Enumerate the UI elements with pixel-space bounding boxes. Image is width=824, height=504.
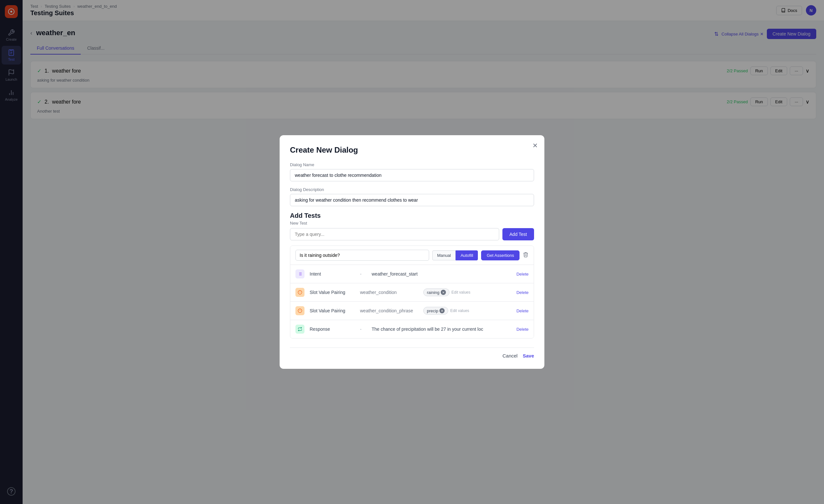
assertion-value: weather_forecast_start: [372, 271, 511, 276]
assertion-type: Intent: [310, 271, 355, 276]
save-button[interactable]: Save: [523, 353, 534, 359]
manual-button[interactable]: Manual: [432, 250, 456, 260]
edit-values-link[interactable]: Edit values: [450, 308, 469, 313]
modal-title: Create New Dialog: [290, 145, 534, 154]
query-input[interactable]: [290, 228, 499, 240]
intent-icon: [295, 269, 304, 278]
assertion-dash: -: [360, 327, 367, 332]
assertion-row: Response - The chance of precipitation w…: [290, 320, 534, 338]
delete-assertion-button[interactable]: Delete: [516, 308, 529, 313]
delete-assertion-button[interactable]: Delete: [516, 327, 529, 332]
mode-toggle: Manual Autofill: [432, 250, 478, 260]
modal-overlay: Create New Dialog ✕ Dialog Name Dialog D…: [0, 0, 824, 504]
assertion-value: precip ✕ Edit values: [423, 307, 511, 314]
add-test-button[interactable]: Add Test: [502, 228, 534, 240]
add-tests-title: Add Tests: [290, 212, 534, 219]
modal-footer: Cancel Save: [290, 348, 534, 359]
assertion-field: weather_condition_phrase: [360, 308, 418, 313]
dialog-name-input[interactable]: [290, 169, 534, 181]
delete-assertion-button[interactable]: Delete: [516, 272, 529, 276]
assertions-list: Intent - weather_forecast_start Delete S…: [290, 265, 534, 338]
assertion-row: Intent - weather_forecast_start Delete: [290, 265, 534, 283]
assertion-dash: -: [360, 271, 367, 276]
assertion-value: The chance of precipitation will be 27 i…: [372, 327, 511, 332]
trash-icon: [523, 252, 529, 257]
delete-test-button[interactable]: [523, 252, 529, 259]
assertion-type: Slot Value Pairing: [310, 290, 355, 295]
value-tag: precip ✕: [423, 307, 448, 314]
modal-close-button[interactable]: ✕: [532, 142, 538, 149]
tag-remove-button[interactable]: ✕: [441, 290, 446, 295]
test-item-header: Manual Autofill Get Assertions: [290, 246, 534, 265]
assertion-type: Response: [310, 327, 355, 332]
tag-remove-button[interactable]: ✕: [439, 308, 445, 313]
dialog-description-input[interactable]: [290, 194, 534, 206]
query-row: Add Test: [290, 228, 534, 240]
assertion-row: Slot Value Pairing weather_condition rai…: [290, 283, 534, 302]
response-icon: [295, 325, 304, 334]
dialog-name-label: Dialog Name: [290, 162, 534, 167]
edit-values-link[interactable]: Edit values: [451, 290, 471, 294]
assertion-row: Slot Value Pairing weather_condition_phr…: [290, 302, 534, 320]
value-tag: raining ✕: [423, 288, 449, 296]
test-query-input[interactable]: [295, 250, 429, 261]
delete-assertion-button[interactable]: Delete: [516, 290, 529, 295]
assertion-type: Slot Value Pairing: [310, 308, 355, 313]
test-item-container: Manual Autofill Get Assertions Intent -: [290, 246, 534, 339]
modal: Create New Dialog ✕ Dialog Name Dialog D…: [280, 135, 544, 369]
get-assertions-button[interactable]: Get Assertions: [481, 250, 520, 260]
assertion-field: weather_condition: [360, 290, 418, 295]
slot-icon: [295, 288, 304, 297]
dialog-description-label: Dialog Description: [290, 187, 534, 192]
dialog-name-group: Dialog Name: [290, 162, 534, 181]
cancel-button[interactable]: Cancel: [502, 353, 518, 359]
new-test-label: New Test: [290, 221, 534, 226]
assertion-value: raining ✕ Edit values: [423, 288, 511, 296]
dialog-description-group: Dialog Description: [290, 187, 534, 206]
autofill-button[interactable]: Autofill: [455, 250, 478, 260]
slot-icon: [295, 306, 304, 315]
